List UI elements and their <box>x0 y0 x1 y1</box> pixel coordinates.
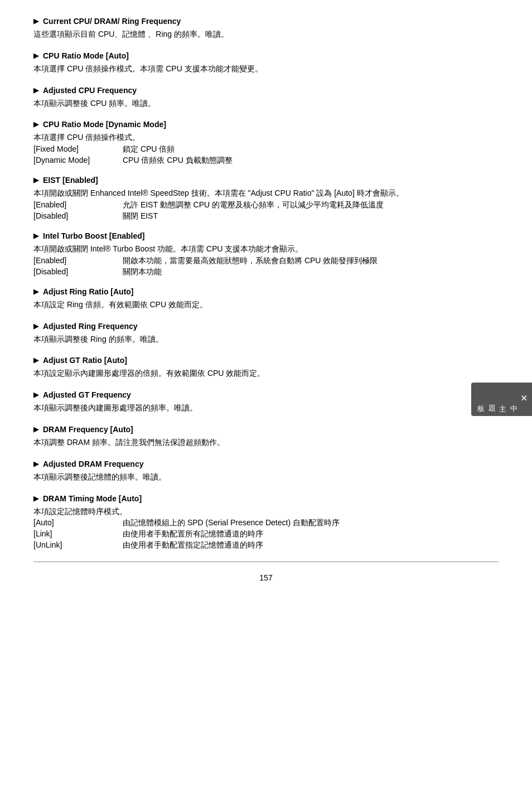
option-key: [Disabled] <box>33 267 123 277</box>
arrow-icon: ▶ <box>33 288 38 296</box>
option-key: [UnLink] <box>33 540 123 550</box>
arrow-icon: ▶ <box>33 425 38 433</box>
section-title-adjust-ring-ratio: ▶Adjust Ring Ratio [Auto] <box>33 287 499 296</box>
option-value: CPU 倍頻依 CPU 負載動態調整 <box>123 156 499 166</box>
option-row: [Auto]由記憶體模組上的 SPD (Serial Presence Dete… <box>33 518 499 528</box>
section-title-cpu-ratio-mode-auto: ▶CPU Ratio Mode [Auto] <box>33 51 499 60</box>
side-tab-text: 中主題板 <box>476 399 519 400</box>
option-row: [Enabled]開啟本功能，當需要最高效能狀態時，系統會自動將 CPU 效能發… <box>33 256 499 266</box>
sections-container: ▶Current CPU/ DRAM/ Ring Frequency這些選項顯示… <box>33 17 499 550</box>
page-divider <box>33 562 499 562</box>
option-value: 關閉本功能 <box>123 267 499 277</box>
section-intel-turbo-boost: ▶Intel Turbo Boost [Enabled]本項開啟或關閉 Inte… <box>33 231 499 277</box>
option-key: [Enabled] <box>33 256 123 266</box>
title-text: Adjusted DRAM Frequency <box>43 460 143 468</box>
option-key: [Link] <box>33 529 123 539</box>
title-text: Adjusted CPU Frequency <box>43 86 137 95</box>
title-text: CPU Ratio Mode [Dynamic Mode] <box>43 120 166 129</box>
arrow-icon: ▶ <box>33 460 38 468</box>
option-row: [Disabled]關閉 EIST <box>33 211 499 221</box>
arrow-icon: ▶ <box>33 356 38 364</box>
section-title-dram-frequency-auto: ▶DRAM Frequency [Auto] <box>33 425 499 434</box>
title-text: Intel Turbo Boost [Enabled] <box>43 231 145 240</box>
section-title-adjusted-gt-frequency: ▶Adjusted GT Frequency <box>33 390 499 399</box>
option-value: 鎖定 CPU 倍頻 <box>123 144 499 154</box>
section-body-text: 本項選擇 CPU 倍頻操作模式。 <box>33 131 499 144</box>
section-body-text: 本項設定 Ring 倍頻。有效範圍依 CPU 效能而定。 <box>33 298 499 312</box>
section-body-text: 這些選項顯示目前 CPU、記憶體 、Ring 的頻率。唯讀。 <box>33 28 499 41</box>
title-text: Adjust Ring Ratio [Auto] <box>43 287 134 296</box>
option-key: [Auto] <box>33 518 123 528</box>
section-adjust-gt-ratio: ▶Adjust GT Ratio [Auto]本項設定顯示內建圖形處理器的倍頻。… <box>33 356 499 380</box>
section-title-cpu-ratio-mode-dynamic: ▶CPU Ratio Mode [Dynamic Mode] <box>33 120 499 129</box>
section-body-text: 本項顯示調整後記憶體的頻率。唯讀。 <box>33 471 499 484</box>
title-text: DRAM Timing Mode [Auto] <box>43 494 142 503</box>
option-row: [Link]由使用者手動配置所有記憶體通道的時序 <box>33 529 499 539</box>
option-value: 開啟本功能，當需要最高效能狀態時，系統會自動將 CPU 效能發揮到極限 <box>123 256 499 266</box>
option-row: [Fixed Mode]鎖定 CPU 倍頻 <box>33 144 499 154</box>
section-title-current-cpu-dram-ring: ▶Current CPU/ DRAM/ Ring Frequency <box>33 17 499 26</box>
section-body-text: 本項顯示調整後內建圖形處理器的頻率。唯讀。 <box>33 402 499 415</box>
section-adjusted-dram-frequency: ▶Adjusted DRAM Frequency本項顯示調整後記憶體的頻率。唯讀… <box>33 460 499 484</box>
section-dram-timing-mode: ▶DRAM Timing Mode [Auto]本項設定記憶體時序模式。[Aut… <box>33 494 499 551</box>
title-text: Adjusted GT Frequency <box>43 390 131 399</box>
arrow-icon: ▶ <box>33 232 38 240</box>
arrow-icon: ▶ <box>33 322 38 330</box>
arrow-icon: ▶ <box>33 120 38 128</box>
title-text: Adjust GT Ratio [Auto] <box>43 356 127 365</box>
section-title-adjusted-ring-frequency: ▶Adjusted Ring Frequency <box>33 322 499 331</box>
section-adjusted-ring-frequency: ▶Adjusted Ring Frequency本項顯示調整後 Ring 的頻率… <box>33 322 499 346</box>
section-title-adjusted-dram-frequency: ▶Adjusted DRAM Frequency <box>33 460 499 468</box>
side-tab-icon: ✕ <box>517 394 530 402</box>
title-text: Current CPU/ DRAM/ Ring Frequency <box>43 17 181 26</box>
section-title-intel-turbo-boost: ▶Intel Turbo Boost [Enabled] <box>33 231 499 240</box>
section-body-text: 本項調整 DRAM 頻率。請注意我們無法保證超頻動作。 <box>33 436 499 449</box>
arrow-icon: ▶ <box>33 391 38 399</box>
option-key: [Enabled] <box>33 200 123 210</box>
option-key: [Dynamic Mode] <box>33 156 123 166</box>
section-body-text: 本項選擇 CPU 倍頻操作模式。本項需 CPU 支援本功能才能變更。 <box>33 62 499 76</box>
section-body-text: 本項設定記憶體時序模式。 <box>33 505 499 519</box>
section-adjust-ring-ratio: ▶Adjust Ring Ratio [Auto]本項設定 Ring 倍頻。有效… <box>33 287 499 312</box>
section-cpu-ratio-mode-auto: ▶CPU Ratio Mode [Auto]本項選擇 CPU 倍頻操作模式。本項… <box>33 51 499 76</box>
section-body-text: 本項顯示調整後 CPU 頻率。唯讀。 <box>33 97 499 110</box>
section-body-text: 本項設定顯示內建圖形處理器的倍頻。有效範圍依 CPU 效能而定。 <box>33 367 499 380</box>
section-title-adjust-gt-ratio: ▶Adjust GT Ratio [Auto] <box>33 356 499 365</box>
option-key: [Fixed Mode] <box>33 144 123 154</box>
side-tab[interactable]: ✕ 中主題板 <box>471 383 532 416</box>
section-cpu-ratio-mode-dynamic: ▶CPU Ratio Mode [Dynamic Mode]本項選擇 CPU 倍… <box>33 120 499 166</box>
section-dram-frequency-auto: ▶DRAM Frequency [Auto]本項調整 DRAM 頻率。請注意我們… <box>33 425 499 449</box>
section-body-text: 本項開啟或關閉 Intel® Turbo Boost 功能。本項需 CPU 支援… <box>33 243 499 256</box>
option-row: [Disabled]關閉本功能 <box>33 267 499 277</box>
title-text: CPU Ratio Mode [Auto] <box>43 51 129 60</box>
option-row: [Enabled]允許 EIST 動態調整 CPU 的電壓及核心頻率，可以減少平… <box>33 200 499 210</box>
title-text: EIST [Enabled] <box>43 176 98 185</box>
arrow-icon: ▶ <box>33 495 38 502</box>
arrow-icon: ▶ <box>33 52 38 60</box>
option-key: [Disabled] <box>33 211 123 221</box>
option-value: 由記憶體模組上的 SPD (Serial Presence Detect) 自動… <box>123 518 499 528</box>
arrow-icon: ▶ <box>33 17 38 25</box>
option-row: [Dynamic Mode]CPU 倍頻依 CPU 負載動態調整 <box>33 156 499 166</box>
section-title-dram-timing-mode: ▶DRAM Timing Mode [Auto] <box>33 494 499 503</box>
section-adjusted-cpu-frequency: ▶Adjusted CPU Frequency本項顯示調整後 CPU 頻率。唯讀… <box>33 86 499 110</box>
section-body-text: 本項開啟或關閉 Enhanced Intel® SpeedStep 技術。本項需… <box>33 187 499 200</box>
option-value: 關閉 EIST <box>123 211 499 221</box>
section-adjusted-gt-frequency: ▶Adjusted GT Frequency本項顯示調整後內建圖形處理器的頻率。… <box>33 390 499 415</box>
option-value: 由使用者手動配置指定記憶體通道的時序 <box>123 540 499 550</box>
section-body-text: 本項顯示調整後 Ring 的頻率。唯讀。 <box>33 333 499 346</box>
section-title-adjusted-cpu-frequency: ▶Adjusted CPU Frequency <box>33 86 499 95</box>
option-value: 由使用者手動配置所有記憶體通道的時序 <box>123 529 499 539</box>
section-title-eist-enabled: ▶EIST [Enabled] <box>33 176 499 185</box>
option-value: 允許 EIST 動態調整 CPU 的電壓及核心頻率，可以減少平均電耗及降低溫度 <box>123 200 499 210</box>
title-text: DRAM Frequency [Auto] <box>43 425 133 434</box>
arrow-icon: ▶ <box>33 86 38 94</box>
page-container: ▶Current CPU/ DRAM/ Ring Frequency這些選項顯示… <box>0 0 532 616</box>
section-eist-enabled: ▶EIST [Enabled]本項開啟或關閉 Enhanced Intel® S… <box>33 176 499 221</box>
title-text: Adjusted Ring Frequency <box>43 322 138 331</box>
option-row: [UnLink]由使用者手動配置指定記憶體通道的時序 <box>33 540 499 550</box>
section-current-cpu-dram-ring: ▶Current CPU/ DRAM/ Ring Frequency這些選項顯示… <box>33 17 499 41</box>
arrow-icon: ▶ <box>33 176 38 184</box>
page-number: 157 <box>33 573 499 582</box>
